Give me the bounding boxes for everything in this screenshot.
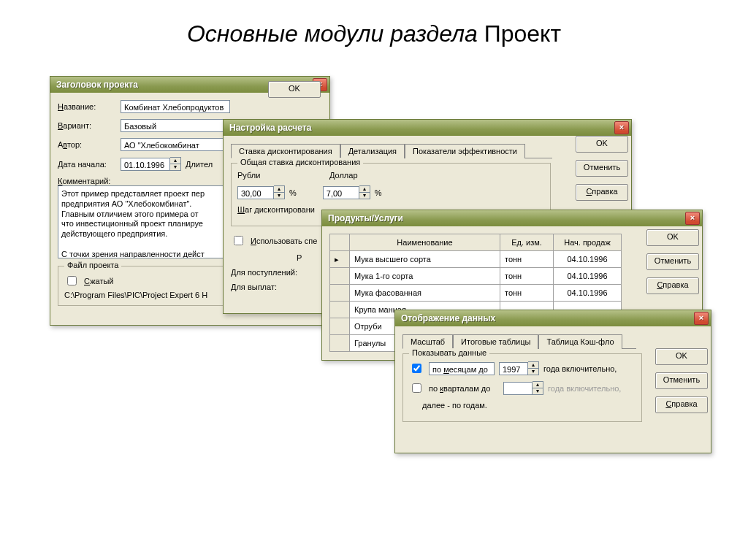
compressed-label: Сжатый — [84, 277, 114, 285]
by-month-checkbox[interactable] — [412, 364, 421, 373]
display-legend: Показывать данные — [409, 348, 489, 357]
row-marker — [330, 335, 350, 352]
close-icon[interactable]: × — [685, 212, 700, 225]
label-variant: Вариант: — [58, 121, 116, 130]
discount-legend: Общая ставка дисконтирования — [237, 158, 363, 166]
year-incl-2: года включительно, — [548, 384, 621, 393]
title-text: Настройка расчета — [229, 123, 311, 133]
year-incl-1: года включительно, — [543, 364, 617, 373]
titlebar[interactable]: Настройка расчета × — [224, 120, 631, 136]
by-quarter-checkbox[interactable] — [412, 383, 421, 393]
cancel-button[interactable]: Отменить — [655, 372, 708, 389]
table-header-row: Наименование Ед. изм. Нач. продаж — [330, 234, 622, 251]
cell-name[interactable]: Мука фасованная — [350, 285, 500, 302]
table-row[interactable]: Мука фасованнаятонн04.10.1996 — [330, 285, 622, 302]
pct2: % — [375, 188, 382, 197]
chevron-down-icon[interactable]: ▾ — [170, 164, 180, 170]
close-icon[interactable]: × — [694, 312, 709, 325]
pct1: % — [289, 188, 297, 197]
slide-title: Основные модули раздела Проект — [0, 0, 748, 59]
row-marker — [330, 285, 350, 302]
cell-date[interactable]: 04.10.1996 — [554, 251, 622, 268]
col-date[interactable]: Нач. продаж — [554, 234, 622, 251]
ok-button[interactable]: OK — [576, 136, 628, 153]
compressed-checkbox[interactable] — [67, 276, 77, 285]
title-text: Заголовок проекта — [56, 80, 138, 90]
row-marker — [330, 268, 350, 285]
use-special-checkbox[interactable] — [234, 236, 243, 245]
further-label: далее - по годам. — [422, 401, 487, 410]
filebox-legend: Файл проекта — [64, 261, 121, 269]
label-use-spec: Использовать спе — [251, 237, 317, 245]
label-date: Дата начала: — [58, 160, 116, 169]
by-quarter-label: по кварталам до — [429, 384, 499, 393]
label-step: Шаг дисконтировани — [237, 205, 315, 214]
row-marker: ▸ — [330, 251, 350, 268]
tab-efficiency[interactable]: Показатели эффективности — [405, 144, 525, 158]
window-data-display: Отображение данных × OK Отменить Справка… — [394, 310, 711, 453]
label-expense: Для выплат: — [231, 283, 318, 291]
row-marker — [330, 302, 350, 318]
by-month-label: по месяцам до — [429, 362, 495, 375]
cell-date[interactable]: 04.10.1996 — [554, 285, 622, 302]
close-icon[interactable]: × — [614, 121, 629, 134]
cell-unit[interactable]: тонн — [500, 268, 554, 285]
cell-unit[interactable]: тонн — [500, 285, 554, 302]
cancel-button[interactable]: Отменить — [646, 253, 699, 270]
comment-textarea[interactable]: Этот пример представляет проект пер пред… — [58, 185, 240, 258]
tab-detail[interactable]: Детализация — [340, 144, 405, 158]
help-button[interactable]: Справка — [576, 184, 628, 201]
usd-stepper[interactable]: 7,00 ▴▾ — [323, 185, 370, 199]
slide-title-italic: Основные модули раздела — [187, 20, 478, 47]
col-unit[interactable]: Ед. изм. — [500, 234, 554, 251]
ok-button[interactable]: OK — [655, 348, 708, 365]
year-stepper[interactable]: 1997 ▴▾ — [499, 361, 539, 375]
title-text: Отображение данных — [401, 313, 495, 323]
tab-discount-rate[interactable]: Ставка дисконтирования — [231, 144, 340, 158]
ok-button[interactable]: OK — [646, 229, 699, 246]
cell-name[interactable]: Мука 1-го сорта — [350, 268, 500, 285]
table-row[interactable]: ▸Мука высшего сортатонн04.10.1996 — [330, 251, 622, 268]
label-author: Автор: — [58, 140, 116, 149]
titlebar[interactable]: Продукты/Услуги × — [322, 210, 702, 226]
variant-field[interactable]: Базовый — [121, 119, 230, 132]
date-stepper[interactable]: 01.10.1996 ▴▾ — [121, 157, 181, 171]
titlebar[interactable]: Отображение данных × — [395, 310, 711, 326]
rub-stepper[interactable]: 30,00 ▴▾ — [237, 185, 285, 199]
cell-date[interactable]: 04.10.1996 — [554, 268, 622, 285]
help-button[interactable]: Справка — [655, 396, 708, 413]
slide-title-plain: Проект — [484, 20, 561, 47]
help-button[interactable]: Справка — [646, 277, 699, 294]
author-field[interactable]: АО "Хлебокомбинат — [121, 138, 230, 151]
cell-name[interactable]: Мука высшего сорта — [350, 251, 500, 268]
label-usd: Доллар — [329, 171, 402, 180]
label-duration: Длител — [186, 160, 213, 169]
title-text: Продукты/Услуги — [328, 213, 403, 223]
label-name: Название: — [58, 102, 116, 111]
col-name[interactable]: Наименование — [350, 234, 500, 251]
table-row[interactable]: Мука 1-го сортатонн04.10.1996 — [330, 268, 622, 285]
file-path: C:\Program Files\PIC\Project Expert 6 H — [64, 291, 243, 299]
label-rub: Рубли — [237, 171, 325, 180]
ok-button[interactable]: OK — [268, 81, 321, 98]
label-income: Для поступлений: — [231, 268, 318, 277]
quarter-year-stepper[interactable]: ▴▾ — [503, 381, 543, 395]
tab-cashflow[interactable]: Таблица Кэш-фло — [538, 334, 622, 349]
row-marker — [330, 318, 350, 335]
cancel-button[interactable]: Отменить — [576, 160, 628, 177]
cell-unit[interactable]: тонн — [500, 251, 554, 268]
name-field[interactable]: Комбинат Хлебопродуктов — [121, 100, 230, 113]
tab-summary[interactable]: Итоговые таблицы — [453, 334, 538, 349]
tab-scale[interactable]: Масштаб — [402, 334, 453, 349]
